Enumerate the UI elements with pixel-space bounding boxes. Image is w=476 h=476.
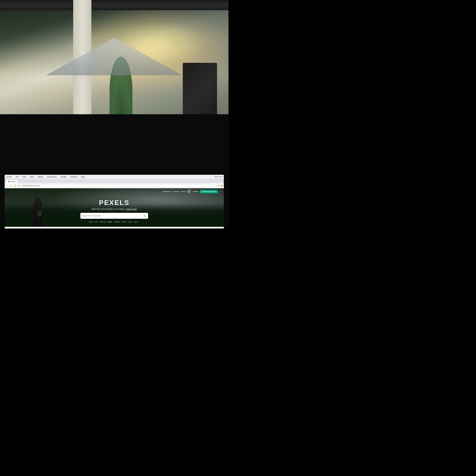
menu-help[interactable]: Help — [80, 176, 86, 178]
screen-bezel: hrome File Edit View History Bookmarks P… — [0, 114, 228, 228]
contribute-photos-button[interactable]: Contribute Photos — [200, 190, 218, 193]
menu-edit[interactable]: Edit — [22, 176, 27, 178]
tag-blur[interactable]: blur — [95, 221, 98, 223]
extension-icon-2[interactable]: P — [219, 185, 221, 187]
screen-display: hrome File Edit View History Bookmarks P… — [5, 175, 224, 228]
ceiling — [0, 0, 228, 10]
lock-icon: 🔒 — [14, 185, 16, 187]
status-datetime: Wed 16:15 — [215, 176, 223, 178]
hero-tagline: Best free stock photos in one place. Lea… — [92, 208, 137, 210]
tag-training[interactable]: training — [100, 221, 105, 223]
avatar-icon: 👤 — [188, 191, 190, 192]
reload-button[interactable]: ↻ — [10, 185, 11, 187]
menu-window[interactable]: Window — [70, 176, 78, 178]
search-tags: house blur training vintage meeting phon… — [89, 221, 140, 223]
back-button[interactable]: ‹ — [6, 185, 7, 187]
pexels-navbar: Browse ▾ License Tools 👤 Daniel Contribu… — [5, 188, 224, 195]
chevron-down-icon: ▾ — [170, 190, 171, 192]
menu-view[interactable]: View — [29, 176, 34, 178]
bookmark-icon[interactable]: ☆ — [215, 185, 217, 187]
mountain-bg — [46, 38, 183, 75]
hero-content: PEXELS Best free stock photos in one pla… — [80, 199, 148, 223]
learn-more-link[interactable]: Learn more — [126, 208, 137, 210]
pexels-hero: Browse ▾ License Tools 👤 Daniel Contribu… — [5, 188, 224, 227]
tag-meeting[interactable]: meeting — [114, 221, 120, 223]
tag-house[interactable]: house — [89, 221, 93, 223]
user-avatar[interactable]: 👤 — [187, 189, 191, 193]
active-tab[interactable]: 🟢 PEXELS — [6, 180, 18, 183]
menu-chrome[interactable]: hrome — [6, 176, 13, 178]
nav-license[interactable]: License — [173, 190, 179, 192]
menu-history[interactable]: History — [37, 176, 44, 178]
tag-vintage[interactable]: vintage — [107, 221, 112, 223]
forward-button[interactable]: › — [8, 185, 8, 187]
url-bar[interactable]: 🔒 Secure https://www.pexels.com — [13, 184, 214, 187]
tag-more[interactable]: more → — [134, 221, 140, 223]
person-backpack — [38, 211, 41, 216]
browser-tab-bar: 🟢 PEXELS — [5, 179, 224, 183]
nav-browse[interactable]: Browse ▾ — [163, 190, 171, 192]
nav-username[interactable]: Daniel — [193, 190, 198, 192]
address-bar-row: ‹ › ↻ 🔒 Secure https://www.pexels.com ☆ … — [5, 183, 224, 188]
extension-icon-1[interactable]: ♥ — [218, 185, 219, 187]
menu-bookmarks[interactable]: Bookmarks — [47, 176, 58, 178]
url-text: https://www.pexels.com — [23, 185, 41, 187]
extension-icon-3[interactable]: ◉ — [221, 185, 222, 187]
search-icon: 🔍 — [143, 215, 146, 217]
toolbar-icons: ☆ ♥ P ◉ — [215, 185, 222, 187]
pexels-website: Browse ▾ License Tools 👤 Daniel Contribu… — [5, 188, 224, 227]
site-logo: PEXELS — [99, 199, 130, 207]
nav-more-button[interactable]: ··· — [220, 190, 222, 193]
tag-phone[interactable]: phone — [122, 221, 126, 223]
menu-people[interactable]: People — [60, 176, 67, 178]
office-background — [0, 0, 228, 126]
os-menu-bar: hrome File Edit View History Bookmarks P… — [5, 175, 224, 179]
search-bar[interactable]: 🔍 — [80, 213, 148, 219]
person-silhouette — [16, 196, 59, 227]
tag-wood[interactable]: wood — [128, 221, 132, 223]
tab-title: PEXELS — [10, 181, 16, 182]
search-input[interactable] — [82, 215, 142, 217]
nav-tools[interactable]: Tools — [181, 190, 186, 192]
url-secure-label: Secure — [17, 185, 22, 187]
tab-favicon: 🟢 — [8, 181, 10, 183]
menu-file[interactable]: File — [15, 176, 19, 178]
chair — [183, 63, 217, 119]
